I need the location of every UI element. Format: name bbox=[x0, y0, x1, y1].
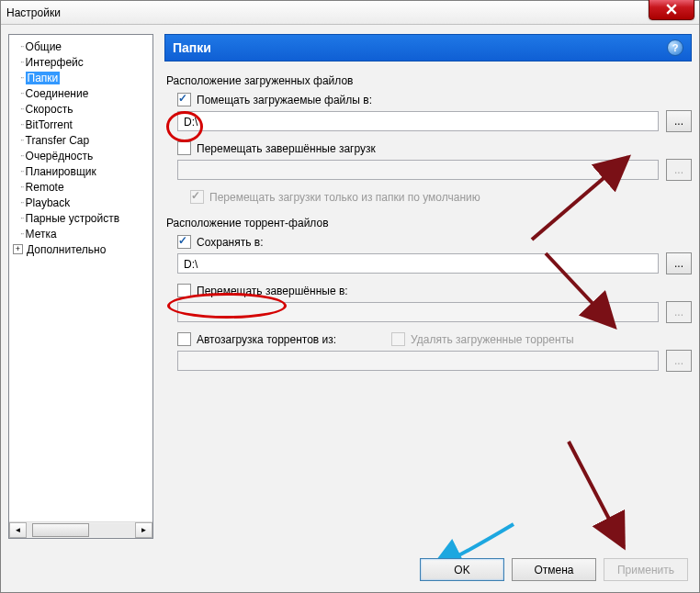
window-title: Настройки bbox=[1, 6, 61, 19]
titlebar: Настройки bbox=[1, 1, 699, 25]
put-new-label: Помещать загружаемые файлы в: bbox=[197, 94, 372, 106]
sidebar-item-очерёдность[interactable]: ··Очерёдность bbox=[13, 148, 152, 163]
autoload-path-input[interactable] bbox=[177, 351, 659, 371]
ok-button[interactable]: OK bbox=[420, 558, 504, 581]
put-new-path-input[interactable]: D:\ bbox=[177, 111, 659, 131]
panel-title: Папки bbox=[173, 40, 211, 55]
move-torrents-path-input[interactable] bbox=[177, 302, 659, 322]
sidebar-item-общие[interactable]: ··Общие bbox=[13, 39, 152, 54]
move-torrents-label: Перемещать завершённые в: bbox=[197, 285, 348, 297]
store-in-checkbox[interactable] bbox=[177, 235, 191, 249]
store-in-browse-button[interactable]: ... bbox=[666, 252, 692, 274]
sidebar-item-transfer cap[interactable]: ··Transfer Cap bbox=[13, 132, 152, 148]
torrents-section-title: Расположение торрент-файлов bbox=[166, 217, 692, 229]
settings-window: Настройки ··Общие··Интерфейс··Папки··Сое… bbox=[0, 0, 700, 593]
help-icon[interactable]: ? bbox=[667, 39, 683, 56]
move-completed-checkbox[interactable] bbox=[177, 141, 191, 155]
expand-icon[interactable]: + bbox=[13, 244, 23, 254]
sidebar-item-advanced[interactable]: +Дополнительно bbox=[13, 241, 152, 257]
downloads-section-title: Расположение загруженных файлов bbox=[166, 74, 692, 87]
dialog-buttons: OK Отмена Применить bbox=[420, 558, 688, 581]
sidebar-item-bittorrent[interactable]: ··BitTorrent bbox=[13, 117, 152, 132]
autoload-browse-button[interactable]: ... bbox=[666, 350, 692, 372]
delete-loaded-label: Удалять загруженные торренты bbox=[411, 333, 574, 346]
move-completed-browse-button[interactable]: ... bbox=[666, 159, 692, 181]
only-default-checkbox bbox=[190, 190, 204, 204]
svg-line-2 bbox=[569, 442, 624, 547]
autoload-checkbox[interactable] bbox=[177, 332, 191, 346]
sidebar-item-парные устройств[interactable]: ··Парные устройств bbox=[13, 210, 152, 226]
apply-button[interactable]: Применить bbox=[604, 558, 688, 581]
put-new-checkbox[interactable] bbox=[177, 93, 191, 106]
sidebar-item-метка[interactable]: ··Метка bbox=[13, 226, 152, 241]
sidebar-item-remote[interactable]: ··Remote bbox=[13, 179, 152, 195]
sidebar-item-playback[interactable]: ··Playback bbox=[13, 195, 152, 210]
scroll-thumb[interactable] bbox=[32, 523, 89, 537]
move-completed-label: Перемещать завершённые загрузк bbox=[197, 142, 376, 155]
scroll-left-icon[interactable]: ◄ bbox=[9, 522, 27, 538]
move-completed-path-input[interactable] bbox=[177, 160, 659, 180]
move-torrents-checkbox[interactable] bbox=[177, 284, 191, 297]
move-torrents-browse-button[interactable]: ... bbox=[666, 301, 692, 323]
only-default-label: Перемещать загрузки только из папки по у… bbox=[209, 191, 480, 204]
store-in-path-input[interactable]: D:\ bbox=[177, 253, 659, 274]
store-in-label: Сохранять в: bbox=[197, 236, 263, 249]
close-button[interactable] bbox=[649, 0, 694, 20]
delete-loaded-checkbox bbox=[391, 332, 405, 346]
sidebar-scrollbar[interactable]: ◄ ► bbox=[9, 521, 152, 538]
cancel-button[interactable]: Отмена bbox=[512, 558, 596, 581]
scroll-right-icon[interactable]: ► bbox=[135, 522, 152, 538]
sidebar-item-интерфейс[interactable]: ··Интерфейс bbox=[13, 54, 152, 70]
panel-header: Папки ? bbox=[164, 34, 692, 62]
autoload-label: Автозагрузка торрентов из: bbox=[197, 333, 336, 346]
sidebar-item-соединение[interactable]: ··Соединение bbox=[13, 85, 152, 101]
sidebar-item-папки[interactable]: ··Папки bbox=[13, 70, 152, 85]
sidebar: ··Общие··Интерфейс··Папки··Соединение··С… bbox=[8, 34, 153, 539]
close-icon bbox=[666, 4, 677, 15]
put-new-browse-button[interactable]: ... bbox=[666, 110, 692, 132]
sidebar-item-планировщик[interactable]: ··Планировщик bbox=[13, 163, 152, 179]
main-panel: Папки ? Расположение загруженных файлов … bbox=[164, 34, 692, 539]
sidebar-item-скорость[interactable]: ··Скорость bbox=[13, 101, 152, 117]
